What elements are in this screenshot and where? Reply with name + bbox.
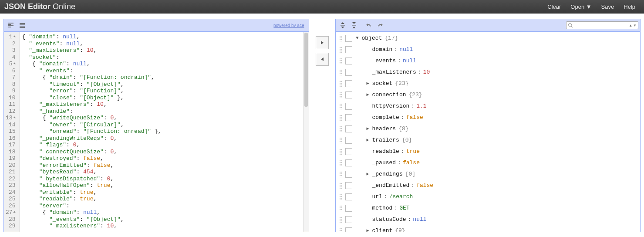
expand-caret[interactable]: ▶ [365, 225, 371, 232]
tree-value[interactable]: null [403, 55, 416, 67]
tree-key[interactable]: socket [372, 78, 393, 89]
context-menu-button[interactable] [345, 114, 352, 121]
tree-key[interactable]: trailers [372, 135, 399, 146]
tree-value[interactable]: GET [399, 203, 409, 214]
expand-caret[interactable]: ▼ [355, 33, 360, 44]
collapse-all-button[interactable] [349, 20, 359, 30]
tree-key[interactable]: _maxListeners [372, 67, 416, 78]
scrollbar-thumb[interactable] [304, 33, 308, 107]
tree-row[interactable]: _paused:false [336, 157, 641, 169]
expand-caret[interactable]: ▶ [365, 123, 371, 135]
context-menu-button[interactable] [345, 103, 352, 110]
tree-value[interactable]: null [413, 214, 426, 225]
drag-handle-icon[interactable] [339, 115, 343, 121]
tree-value[interactable]: /search [389, 191, 413, 203]
tree-row[interactable]: ▶connection{23} [336, 89, 641, 101]
drag-handle-icon[interactable] [339, 47, 343, 53]
tree-key[interactable]: complete [372, 112, 399, 123]
tree-row[interactable]: url:/search [336, 191, 641, 203]
expand-caret[interactable]: ▶ [365, 89, 371, 101]
context-menu-button[interactable] [345, 216, 352, 223]
tree-row[interactable]: _events:null [336, 55, 641, 67]
menu-open[interactable]: Open ▼ [566, 2, 596, 12]
context-menu-button[interactable] [345, 159, 352, 166]
tree-value[interactable]: 10 [423, 67, 430, 78]
tree-view[interactable]: ▼object{17}domain:null_events:null_maxLi… [336, 32, 641, 232]
tree-row[interactable]: ▶trailers{0} [336, 135, 641, 146]
drag-handle-icon[interactable] [339, 194, 343, 200]
expand-caret[interactable]: ▶ [365, 169, 371, 180]
tree-value[interactable]: false [403, 157, 420, 169]
tree-row[interactable]: complete:false [336, 112, 641, 123]
undo-button[interactable] [364, 20, 374, 30]
tree-key[interactable]: url [372, 191, 382, 203]
tree-value[interactable]: false [416, 180, 433, 191]
tree-key[interactable]: method [372, 203, 393, 214]
tree-key[interactable]: _pendings [372, 169, 403, 180]
context-menu-button[interactable] [345, 193, 352, 200]
drag-handle-icon[interactable] [339, 137, 343, 143]
context-menu-button[interactable] [345, 35, 352, 42]
tree-key[interactable]: _events [372, 55, 396, 67]
context-menu-button[interactable] [345, 182, 352, 189]
code-editor[interactable]: 1234567891011121314151617181920212223242… [4, 32, 309, 232]
tree-row[interactable]: domain:null [336, 44, 641, 55]
tree-key[interactable]: object [362, 33, 382, 44]
drag-handle-icon[interactable] [339, 58, 343, 64]
context-menu-button[interactable] [345, 58, 352, 64]
expand-caret[interactable]: ▶ [365, 135, 371, 146]
tree-row[interactable]: readable:true [336, 146, 641, 157]
search-input[interactable] [574, 22, 628, 28]
tree-row[interactable]: httpVersion:1.1 [336, 101, 641, 112]
context-menu-button[interactable] [345, 80, 352, 87]
context-menu-button[interactable] [345, 205, 352, 212]
context-menu-button[interactable] [345, 148, 352, 155]
code-area[interactable]: { "domain": null, "_events": null, "_max… [20, 32, 303, 232]
drag-handle-icon[interactable] [339, 92, 343, 98]
tree-key[interactable]: httpVersion [372, 101, 410, 112]
tree-key[interactable]: connection [372, 89, 406, 101]
context-menu-button[interactable] [345, 227, 352, 232]
drag-handle-icon[interactable] [339, 171, 343, 177]
tree-value[interactable]: 1.1 [416, 101, 426, 112]
tree-row[interactable]: ▶client{9} [336, 225, 641, 232]
redo-button[interactable] [375, 20, 385, 30]
drag-handle-icon[interactable] [339, 81, 343, 87]
tree-row[interactable]: ▶socket{23} [336, 78, 641, 89]
menu-clear[interactable]: Clear [543, 2, 565, 12]
expand-caret[interactable]: ▶ [365, 78, 371, 89]
drag-handle-icon[interactable] [339, 126, 343, 132]
tree-row[interactable]: _endEmitted:false [336, 180, 641, 191]
copy-left-button[interactable] [316, 53, 329, 66]
tree-key[interactable]: _endEmitted [372, 180, 410, 191]
context-menu-button[interactable] [345, 171, 352, 178]
copy-right-button[interactable] [316, 36, 329, 49]
drag-handle-icon[interactable] [339, 205, 343, 211]
context-menu-button[interactable] [345, 69, 352, 76]
menu-save[interactable]: Save [597, 2, 619, 12]
tree-row[interactable]: ▶headers{8} [336, 123, 641, 135]
tree-value[interactable]: true [406, 146, 420, 157]
tree-row[interactable]: statusCode:null [336, 214, 641, 225]
search-box[interactable]: ▲▼ [566, 21, 638, 29]
context-menu-button[interactable] [345, 46, 352, 53]
format-button[interactable] [6, 20, 16, 30]
powered-by-link[interactable]: powered by ace [273, 23, 304, 28]
drag-handle-icon[interactable] [339, 69, 343, 75]
tree-value[interactable]: false [406, 112, 423, 123]
tree-row[interactable]: ▼object{17} [336, 33, 641, 44]
tree-key[interactable]: client [372, 225, 393, 232]
drag-handle-icon[interactable] [339, 217, 343, 223]
drag-handle-icon[interactable] [339, 228, 343, 232]
tree-key[interactable]: readable [372, 146, 399, 157]
search-prev-button[interactable]: ▲ [629, 24, 632, 27]
context-menu-button[interactable] [345, 125, 352, 132]
search-next-button[interactable]: ▼ [633, 24, 637, 27]
tree-key[interactable]: _paused [372, 157, 396, 169]
drag-handle-icon[interactable] [339, 35, 343, 41]
tree-row[interactable]: method:GET [336, 203, 641, 214]
tree-value[interactable]: null [399, 44, 413, 55]
context-menu-button[interactable] [345, 137, 352, 144]
drag-handle-icon[interactable] [339, 160, 343, 166]
tree-key[interactable]: domain [372, 44, 393, 55]
